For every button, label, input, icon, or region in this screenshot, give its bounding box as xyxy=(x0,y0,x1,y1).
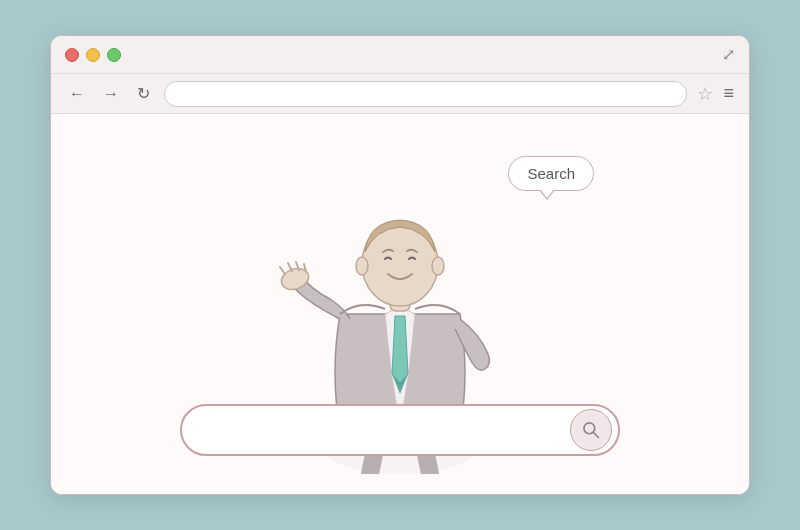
expand-icon[interactable]: ⤢ xyxy=(722,45,735,64)
search-button[interactable] xyxy=(570,409,612,451)
forward-button[interactable]: → xyxy=(99,83,123,105)
svg-line-14 xyxy=(594,433,599,438)
search-bar xyxy=(180,404,620,456)
browser-window: ⤢ ← → ↻ ☆ ≡ Search xyxy=(50,35,750,495)
maximize-button[interactable] xyxy=(107,48,121,62)
content-area: Search xyxy=(51,114,749,494)
close-button[interactable] xyxy=(65,48,79,62)
menu-icon[interactable]: ≡ xyxy=(723,83,735,104)
search-bar-container xyxy=(180,404,620,456)
speech-bubble: Search xyxy=(508,156,594,191)
search-input[interactable] xyxy=(202,422,570,439)
svg-point-12 xyxy=(432,257,444,275)
nav-bar: ← → ↻ ☆ ≡ xyxy=(51,74,749,114)
window-buttons xyxy=(65,48,121,62)
svg-point-11 xyxy=(356,257,368,275)
title-bar: ⤢ xyxy=(51,36,749,74)
search-icon xyxy=(581,420,601,440)
refresh-button[interactable]: ↻ xyxy=(133,82,154,105)
minimize-button[interactable] xyxy=(86,48,100,62)
url-bar[interactable] xyxy=(164,81,687,107)
bookmark-icon[interactable]: ☆ xyxy=(697,83,713,105)
back-button[interactable]: ← xyxy=(65,83,89,105)
svg-line-5 xyxy=(280,267,285,274)
speech-bubble-text: Search xyxy=(527,165,575,182)
